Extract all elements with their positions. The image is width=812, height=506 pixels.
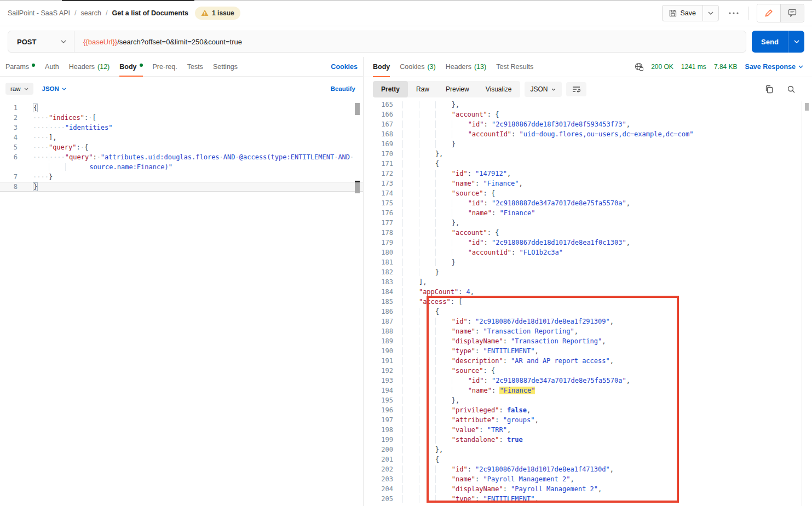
issue-badge[interactable]: 1 issue — [195, 7, 240, 20]
language-selector[interactable]: JSON — [42, 85, 66, 92]
tab-response-headers-count: (13) — [474, 63, 486, 71]
response-scrollbar-thumb[interactable] — [805, 103, 809, 111]
request-body-line[interactable]: 7····} — [0, 172, 363, 182]
view-visualize[interactable]: Visualize — [477, 81, 520, 97]
request-body-line[interactable]: source.name:Finance)" — [0, 162, 363, 172]
view-preview[interactable]: Preview — [437, 81, 477, 97]
response-time[interactable]: 1241 ms — [681, 63, 706, 71]
tab-params-label: Params — [5, 63, 29, 71]
breadcrumb-folder[interactable]: search — [80, 9, 101, 17]
url-input[interactable]: {{baseUrl}}/search?offset=0&limit=250&co… — [74, 38, 251, 46]
chevron-down-icon — [798, 65, 803, 68]
response-line: 204 "displayName": "Payroll Management 2… — [364, 484, 802, 494]
request-body-line[interactable]: 3········"identities" — [0, 123, 363, 133]
save-button-label: Save — [681, 9, 696, 17]
response-line: 181 } — [364, 257, 802, 267]
breadcrumb-request-name[interactable]: Get a list of Documents — [112, 9, 188, 17]
save-response-label: Save Response — [745, 63, 796, 71]
response-language-selector[interactable]: JSON — [525, 82, 562, 97]
tab-auth[interactable]: Auth — [45, 57, 59, 76]
response-line: 203 "name": "Payroll Management 2", — [364, 474, 802, 484]
response-line: 205 "type": "ENTITLEMENT", — [364, 494, 802, 504]
save-options-button[interactable] — [702, 5, 718, 21]
cookies-link[interactable]: Cookies — [331, 63, 358, 71]
chevron-down-icon — [708, 12, 713, 15]
tab-response-headers-label: Headers — [446, 63, 471, 71]
request-editor-scrollbar-thumb[interactable] — [355, 103, 360, 115]
send-button[interactable]: Send — [752, 31, 788, 53]
status-badge[interactable]: 200 OK — [651, 63, 673, 71]
request-body-editor[interactable]: 1{2····"indices":·[3········"identities"… — [0, 101, 363, 506]
tab-params[interactable]: Params — [5, 57, 35, 76]
beautify-link[interactable]: Beautify — [331, 85, 355, 92]
response-line: 180 "accountId": "FLO1b2c3a" — [364, 248, 802, 257]
network-globe-icon — [635, 62, 643, 71]
tab-body[interactable]: Body — [119, 57, 142, 76]
search-response-button[interactable] — [785, 83, 798, 96]
warning-icon — [201, 9, 209, 16]
response-meta: 200 OK 1241 ms 7.84 KB Save Response — [635, 62, 803, 71]
more-options-button[interactable] — [727, 10, 741, 16]
response-line: 187 "id": "2c9180867dde18d1017de8ea1f291… — [364, 317, 802, 326]
mode-segmented-control — [757, 4, 804, 22]
request-body-line[interactable]: 8} — [0, 182, 363, 192]
comment-icon — [788, 9, 797, 17]
request-editor-scrollbar-thumb[interactable] — [355, 182, 360, 193]
response-line: 186 { — [364, 307, 802, 317]
response-line: 177 }, — [364, 218, 802, 228]
pencil-icon — [764, 9, 773, 18]
request-body-line[interactable]: 1{ — [0, 103, 363, 113]
response-line: 188 "name": "Transaction Reporting", — [364, 326, 802, 336]
tab-tests-label: Tests — [187, 63, 203, 71]
tab-response-body-label: Body — [373, 63, 390, 71]
view-raw[interactable]: Raw — [408, 81, 437, 97]
response-line: 172 "id": "147912", — [364, 169, 802, 179]
send-button-group: Send — [752, 31, 804, 53]
response-line: 201 { — [364, 455, 802, 464]
tab-auth-label: Auth — [45, 63, 59, 71]
tab-pre-request-label: Pre-req. — [153, 63, 177, 71]
copy-response-button[interactable] — [763, 83, 776, 96]
response-tabs: Body Cookies(3) Headers(13) Test Results… — [364, 57, 812, 77]
params-dot — [32, 64, 35, 67]
save-button[interactable]: Save — [663, 5, 703, 21]
comments-button[interactable] — [780, 4, 804, 22]
response-line: 194 "name": "Finance" — [364, 386, 802, 395]
tab-response-cookies[interactable]: Cookies(3) — [400, 57, 435, 77]
response-line: 165 }, — [364, 101, 802, 110]
response-line: 166 "account": { — [364, 110, 802, 119]
request-body-line[interactable]: 6········"query":·"attributes.uid:dougla… — [0, 152, 363, 162]
response-line: 202 "id": "2c9180867dde18d1017de8ea1f471… — [364, 464, 802, 474]
response-line: 192 "source": { — [364, 366, 802, 376]
body-toolbar: raw JSON Beautify — [0, 77, 363, 101]
request-body-line[interactable]: 5····"query":·{ — [0, 142, 363, 152]
response-line: 173 "name": "Finance", — [364, 179, 802, 188]
request-body-line[interactable]: 2····"indices":·[ — [0, 113, 363, 123]
tab-response-headers[interactable]: Headers(13) — [446, 57, 486, 77]
response-line: 179 "id": "2c9180867dde18d1017de8ea1f0c1… — [364, 238, 802, 248]
tab-tests[interactable]: Tests — [187, 57, 203, 76]
breadcrumb-workspace[interactable]: SailPoint - SaaS API — [8, 9, 70, 17]
response-scrollbar[interactable] — [802, 101, 812, 506]
response-size[interactable]: 7.84 KB — [714, 63, 738, 71]
method-label: POST — [17, 38, 36, 46]
method-selector[interactable]: POST — [8, 31, 74, 52]
tab-pre-request[interactable]: Pre-req. — [153, 57, 177, 76]
request-body-line[interactable]: 4····], — [0, 133, 363, 142]
tab-settings[interactable]: Settings — [213, 57, 238, 76]
wrap-text-button[interactable] — [566, 82, 586, 96]
header: SailPoint - SaaS API / search / Get a li… — [0, 0, 812, 26]
tab-headers[interactable]: Headers(12) — [69, 57, 110, 76]
save-response-button[interactable]: Save Response — [745, 63, 803, 71]
copy-icon — [765, 85, 774, 94]
edit-mode-button[interactable] — [757, 4, 780, 22]
save-icon — [669, 9, 677, 17]
breadcrumb: SailPoint - SaaS API / search / Get a li… — [8, 9, 188, 17]
url-path: /search?offset=0&limit=250&count=true — [117, 38, 242, 46]
send-options-button[interactable] — [788, 31, 804, 53]
response-line: 176 "name": "Finance" — [364, 208, 802, 218]
body-type-selector[interactable]: raw — [5, 83, 33, 95]
tab-test-results[interactable]: Test Results — [496, 57, 533, 77]
tab-response-body[interactable]: Body — [373, 57, 390, 77]
view-pretty[interactable]: Pretty — [373, 81, 408, 97]
